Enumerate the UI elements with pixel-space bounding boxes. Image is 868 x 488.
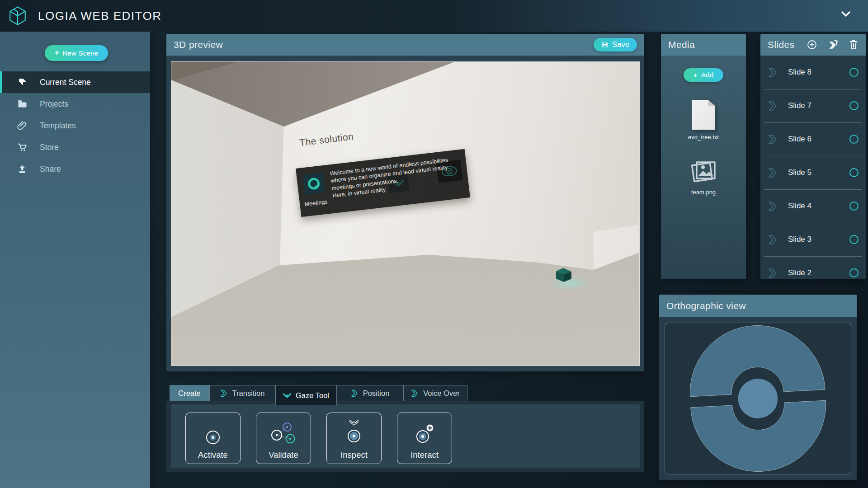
tab-position[interactable]: Position	[337, 385, 403, 401]
orthographic-room-shape	[665, 323, 851, 474]
validate-tool-button[interactable]: Validate	[256, 413, 311, 464]
slide-row-2[interactable]: Slide 2	[760, 256, 866, 279]
board-text: Welcome to a new world of endless possib…	[330, 155, 453, 210]
inspect-tool-button[interactable]: Inspect	[326, 413, 382, 464]
app-root: LOGIA WEB EDITOR + New Scene Current Sce…	[0, 0, 868, 488]
interact-tool-button[interactable]: Interact	[397, 413, 452, 464]
slide-row-6[interactable]: Slide 6	[760, 122, 866, 156]
media-item-name: evo_tree.txt	[688, 134, 719, 141]
tab-transition[interactable]: Transition	[209, 385, 275, 401]
orthographic-title: Orthographic view	[666, 300, 746, 311]
new-scene-button[interactable]: + New Scene	[45, 45, 108, 61]
slide-select-ring[interactable]	[849, 235, 859, 244]
slides-panel: Slides	[760, 34, 866, 279]
delete-slide-icon[interactable]	[849, 39, 859, 50]
preview-panel: 3D preview Save The soluti	[166, 34, 644, 371]
meetings-logo-icon	[303, 173, 325, 195]
slide-select-ring[interactable]	[849, 68, 859, 77]
orthographic-panel-header: Orthographic view	[659, 295, 857, 317]
logia-logo-icon	[7, 5, 28, 27]
plus-icon: +	[55, 48, 60, 58]
preview-panel-header: 3D preview Save	[166, 34, 644, 56]
tools-body: Activate	[166, 401, 644, 472]
meetings-label: Meetings	[304, 198, 328, 207]
slides-panel-header: Slides	[760, 34, 866, 56]
sidebar-item-store[interactable]: Store	[0, 136, 150, 158]
scene-flag-icon	[16, 77, 28, 87]
image-file-icon	[689, 159, 717, 185]
slide-row-8[interactable]: Slide 8	[760, 56, 866, 89]
slide-chevron-icon	[768, 67, 778, 78]
scene-cube[interactable]	[553, 265, 573, 283]
activate-tool-button[interactable]: Activate	[185, 413, 241, 464]
gaze-icon	[283, 392, 291, 399]
media-item-image-file[interactable]: team.png	[661, 159, 746, 196]
shopping-cart-icon	[16, 142, 28, 152]
plus-icon: +	[693, 71, 698, 79]
add-slide-icon[interactable]	[807, 39, 817, 50]
folder-icon	[16, 99, 28, 109]
slide-chevron-icon	[768, 201, 778, 212]
tab-create[interactable]: Create	[170, 385, 209, 401]
slide-select-ring[interactable]	[849, 168, 859, 177]
preview-title: 3D preview	[174, 39, 223, 50]
tab-voice-over[interactable]: Voice Over	[403, 385, 467, 401]
media-panel-header: Media	[661, 34, 746, 56]
slides-title: Slides	[768, 39, 795, 50]
save-icon	[601, 41, 609, 48]
slide-chevron-icon	[768, 234, 778, 245]
media-panel: Media + Add evo_tree.txt team.png	[661, 34, 746, 279]
tab-gaze-tool[interactable]: Gaze Tool	[275, 385, 337, 405]
activate-icon	[203, 418, 223, 446]
sidebar-item-templates[interactable]: Templates	[0, 115, 150, 136]
top-bar: LOGIA WEB EDITOR	[0, 0, 868, 32]
media-title: Media	[668, 39, 695, 50]
media-item-text-file[interactable]: evo_tree.txt	[661, 100, 746, 141]
validate-icon	[269, 418, 298, 446]
interact-icon	[413, 418, 436, 446]
slide-select-ring[interactable]	[849, 101, 859, 110]
save-button[interactable]: Save	[594, 38, 637, 52]
tool-tabbar: Create Transition Gaze Tool	[170, 385, 467, 401]
sidebar-item-projects[interactable]: Projects	[0, 93, 150, 115]
sidebar-menu: Current Scene Projects Templates	[0, 71, 150, 180]
slide-chevron-icon	[768, 134, 778, 145]
slide-chevron-icon	[768, 100, 778, 112]
slide-select-ring[interactable]	[849, 268, 859, 277]
3d-viewport[interactable]: The solution Meetings Welcome to a new w…	[171, 61, 640, 366]
chevron-down-icon[interactable]	[841, 11, 851, 17]
sidebar: + New Scene Current Scene Pr	[0, 32, 150, 488]
orthographic-panel: Orthographic view	[659, 295, 857, 480]
add-media-button[interactable]: + Add	[684, 68, 723, 82]
slide-select-ring[interactable]	[849, 135, 859, 144]
sidebar-item-current-scene[interactable]: Current Scene	[0, 71, 150, 93]
sidebar-item-share[interactable]: Share	[0, 158, 150, 180]
tools-panel: Create Transition Gaze Tool	[166, 385, 644, 472]
gaze-tool-content: Activate	[171, 404, 640, 468]
voice-over-icon	[411, 389, 419, 398]
inspect-icon	[344, 418, 364, 446]
slide-row-4[interactable]: Slide 4	[760, 189, 866, 223]
text-file-icon	[692, 100, 715, 130]
duplicate-slide-icon[interactable]	[827, 39, 839, 51]
paperclip-icon	[16, 121, 28, 131]
slide-row-7[interactable]: Slide 7	[760, 89, 866, 122]
slide-select-ring[interactable]	[849, 202, 859, 211]
transition-icon	[220, 389, 228, 398]
position-icon	[351, 389, 359, 398]
slide-row-3[interactable]: Slide 3	[760, 223, 866, 256]
orthographic-canvas[interactable]	[665, 323, 851, 474]
slide-row-5[interactable]: Slide 5	[760, 156, 866, 189]
slide-chevron-icon	[768, 167, 778, 178]
slide-chevron-icon	[768, 267, 778, 279]
share-upload-icon	[16, 164, 28, 174]
media-item-name: team.png	[691, 189, 716, 196]
app-title: LOGIA WEB EDITOR	[38, 9, 161, 23]
